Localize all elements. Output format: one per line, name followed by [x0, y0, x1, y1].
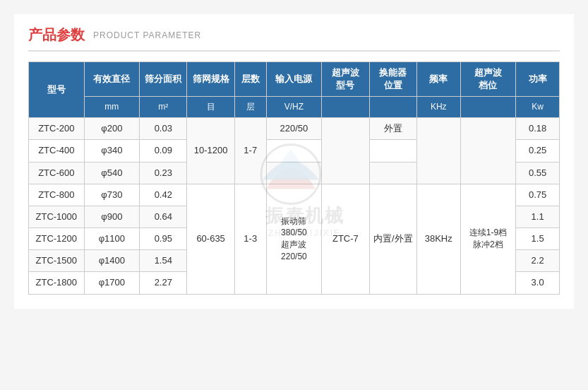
cell-area: 2.27	[140, 272, 187, 294]
col-unit-freq: KHz	[416, 97, 460, 118]
cell-freq-2: 38KHz	[416, 184, 460, 294]
page-title-en: PRODUCT PARAMETER	[93, 30, 201, 40]
col-unit-diameter: mm	[84, 97, 140, 118]
page-header: 产品参数 PRODUCT PARAMETER	[28, 25, 560, 52]
cell-mesh-1: 10-1200	[187, 118, 234, 184]
col-header-layer: 层数	[234, 62, 266, 97]
cell-power: 1.1	[516, 206, 560, 228]
cell-diameter: φ540	[84, 162, 140, 184]
cell-diameter: φ1400	[84, 250, 140, 272]
col-header-area: 筛分面积	[140, 62, 187, 97]
cell-mesh-2: 60-635	[187, 184, 234, 294]
cell-power: 1.5	[516, 228, 560, 250]
cell-layer-1: 1-7	[234, 118, 266, 184]
col-header-model: 型号	[29, 62, 85, 118]
cell-diameter: φ1700	[84, 272, 140, 294]
cell-power-input	[266, 162, 322, 184]
col-header-freq: 频率	[416, 62, 460, 97]
table-header-row2: mm m² 目 层 V/HZ KHz Kw	[29, 97, 560, 118]
cell-area: 0.23	[140, 162, 187, 184]
col-unit-transducer-pos	[369, 97, 416, 118]
cell-layer-2: 1-3	[234, 184, 266, 294]
product-parameter-table: 型号 有效直径 筛分面积 筛网规格 层数 输入电源 超声波型号 换能器位置 频率…	[28, 61, 560, 295]
cell-diameter: φ1100	[84, 228, 140, 250]
cell-power-input-2: 振动筛380/50超声波220/50	[266, 184, 322, 294]
cell-transducer-pos: 外置	[369, 118, 416, 140]
cell-model: ZTC-200	[29, 118, 85, 140]
col-header-transducer-model: 超声波型号	[322, 62, 369, 97]
cell-transducer-pos	[369, 140, 416, 162]
cell-model: ZTC-1500	[29, 250, 85, 272]
cell-power: 3.0	[516, 272, 560, 294]
table-row: ZTC-200 φ200 0.03 10-1200 1-7 220/50 外置 …	[29, 118, 560, 140]
col-unit-ultrasonic	[460, 97, 516, 118]
col-unit-area: m²	[140, 97, 187, 118]
cell-area: 0.03	[140, 118, 187, 140]
cell-model: ZTC-600	[29, 162, 85, 184]
col-header-diameter: 有效直径	[84, 62, 140, 97]
col-unit-layer: 层	[234, 97, 266, 118]
page-container: 产品参数 PRODUCT PARAMETER 振泰机械 ZHENTAIJIXIE…	[14, 14, 574, 309]
cell-area: 0.95	[140, 228, 187, 250]
page-title-zh: 产品参数	[28, 25, 85, 45]
cell-power: 0.18	[516, 118, 560, 140]
cell-power: 0.75	[516, 184, 560, 206]
cell-freq	[416, 118, 460, 184]
col-header-power: 功率	[516, 62, 560, 97]
cell-area: 0.42	[140, 184, 187, 206]
cell-ultrasonic-2: 连续1-9档 脉冲2档	[460, 184, 516, 294]
cell-power-input	[266, 140, 322, 162]
cell-diameter: φ730	[84, 184, 140, 206]
cell-transducer-pos	[369, 162, 416, 184]
cell-model: ZTC-800	[29, 184, 85, 206]
cell-transducer-model	[322, 118, 369, 184]
cell-area: 0.64	[140, 206, 187, 228]
cell-diameter: φ900	[84, 206, 140, 228]
table-wrapper: 振泰机械 ZHENTAIJIXIE 型号 有效直径 筛分面积 筛网规格 层数 输…	[28, 61, 560, 295]
cell-diameter: φ200	[84, 118, 140, 140]
col-unit-power: Kw	[516, 97, 560, 118]
col-unit-power-input: V/HZ	[266, 97, 322, 118]
cell-transducer-model-2: ZTC-7	[322, 184, 369, 294]
cell-power: 2.2	[516, 250, 560, 272]
col-header-mesh: 筛网规格	[187, 62, 234, 97]
cell-power-input: 220/50	[266, 118, 322, 140]
cell-model: ZTC-1800	[29, 272, 85, 294]
cell-power: 0.25	[516, 140, 560, 162]
cell-model: ZTC-1200	[29, 228, 85, 250]
cell-model: ZTC-1000	[29, 206, 85, 228]
cell-diameter: φ340	[84, 140, 140, 162]
table-header-row1: 型号 有效直径 筛分面积 筛网规格 层数 输入电源 超声波型号 换能器位置 频率…	[29, 62, 560, 97]
col-unit-transducer-model	[322, 97, 369, 118]
col-header-transducer-pos: 换能器位置	[369, 62, 416, 97]
cell-transducer-pos-2: 内置/外置	[369, 184, 416, 294]
col-header-power-input: 输入电源	[266, 62, 322, 97]
cell-ultrasonic	[460, 118, 516, 184]
cell-power: 0.55	[516, 162, 560, 184]
cell-area: 1.54	[140, 250, 187, 272]
cell-area: 0.09	[140, 140, 187, 162]
col-unit-mesh: 目	[187, 97, 234, 118]
cell-model: ZTC-400	[29, 140, 85, 162]
table-row: ZTC-800 φ730 0.42 60-635 1-3 振动筛380/50超声…	[29, 184, 560, 206]
col-header-ultrasonic: 超声波档位	[460, 62, 516, 97]
